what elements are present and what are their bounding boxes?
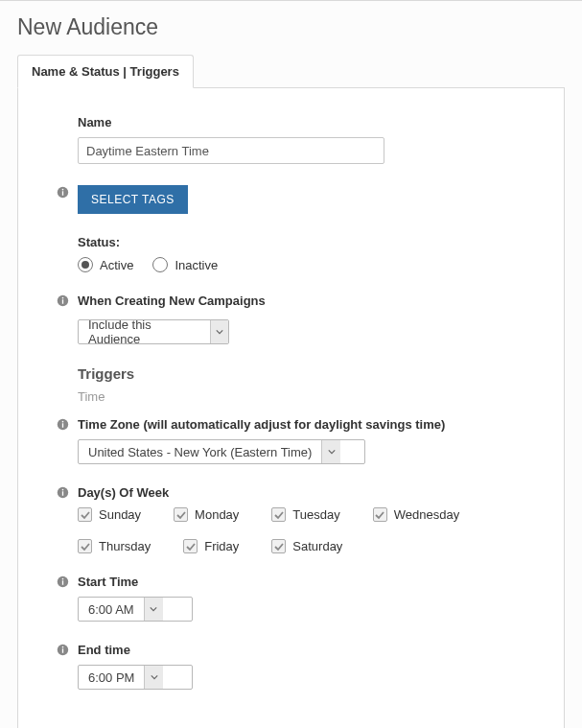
chevron-down-icon <box>321 440 340 463</box>
day-checkbox[interactable]: Tuesday <box>271 507 339 522</box>
status-inactive-radio[interactable]: Inactive <box>152 257 218 272</box>
select-tags-button[interactable]: SELECT TAGS <box>78 185 188 214</box>
select-value: Include this Audience <box>79 320 210 343</box>
triggers-subheading: Time <box>78 389 564 404</box>
svg-point-8 <box>62 421 64 423</box>
check-icon <box>271 507 286 522</box>
svg-rect-4 <box>62 299 63 303</box>
day-checkbox[interactable]: Friday <box>183 539 239 553</box>
day-label: Wednesday <box>394 507 459 522</box>
day-label: Friday <box>204 539 239 553</box>
info-icon[interactable] <box>57 486 72 499</box>
end-time-label: End time <box>78 643 564 657</box>
day-checkbox[interactable]: Thursday <box>78 539 151 553</box>
tab-strip: Name & Status | Triggers <box>17 54 565 88</box>
day-checkbox[interactable]: Sunday <box>78 507 141 522</box>
day-label: Saturday <box>292 539 342 553</box>
info-icon[interactable] <box>57 294 72 307</box>
days-label: Day(s) Of Week <box>78 485 564 500</box>
info-icon[interactable] <box>57 418 72 431</box>
select-value: 6:00 PM <box>79 666 144 689</box>
check-icon <box>78 539 92 553</box>
day-label: Thursday <box>99 539 151 553</box>
status-label: Status: <box>78 235 564 249</box>
check-icon <box>183 539 198 553</box>
radio-icon <box>152 257 168 272</box>
triggers-heading: Triggers <box>78 365 564 382</box>
start-time-label: Start Time <box>78 575 564 589</box>
end-time-select[interactable]: 6:00 PM <box>78 665 193 690</box>
status-inactive-label: Inactive <box>175 258 218 272</box>
svg-point-14 <box>62 578 64 580</box>
check-icon <box>78 507 92 522</box>
svg-point-17 <box>62 646 64 648</box>
svg-point-5 <box>62 297 64 299</box>
svg-rect-7 <box>62 423 63 427</box>
new-campaigns-label: When Creating New Campaigns <box>78 294 564 308</box>
info-icon[interactable] <box>57 186 72 199</box>
name-input[interactable] <box>78 137 384 164</box>
day-label: Monday <box>195 507 239 522</box>
info-icon[interactable] <box>57 575 72 588</box>
svg-point-2 <box>62 189 64 191</box>
chevron-down-icon <box>144 666 163 689</box>
day-checkbox[interactable]: Monday <box>174 507 239 522</box>
chevron-down-icon <box>210 320 228 343</box>
svg-rect-10 <box>62 491 63 495</box>
check-icon <box>373 507 387 522</box>
name-label: Name <box>78 115 564 129</box>
radio-icon <box>78 257 93 272</box>
include-audience-select[interactable]: Include this Audience <box>78 319 229 344</box>
page-title: New Audience <box>17 14 565 40</box>
start-time-select[interactable]: 6:00 AM <box>78 597 193 622</box>
svg-rect-1 <box>62 191 63 195</box>
select-value: 6:00 AM <box>79 598 144 621</box>
chevron-down-icon <box>144 598 163 621</box>
day-checkbox[interactable]: Wednesday <box>373 507 459 522</box>
check-icon <box>174 507 188 522</box>
select-value: United States - New York (Eastern Time) <box>79 440 321 463</box>
day-checkbox[interactable]: Saturday <box>271 539 342 553</box>
status-active-label: Active <box>100 258 133 272</box>
svg-rect-13 <box>62 580 63 584</box>
tab-name-status-triggers[interactable]: Name & Status | Triggers <box>17 55 194 88</box>
day-label: Sunday <box>99 507 141 522</box>
timezone-label: Time Zone (will automatically adjust for… <box>78 417 564 432</box>
days-group: SundayMondayTuesdayWednesdayThursdayFrid… <box>78 507 564 553</box>
status-active-radio[interactable]: Active <box>78 257 133 272</box>
day-label: Tuesday <box>292 507 339 522</box>
form-panel: Name SELECT TAGS Status: Active Inactive <box>17 88 565 728</box>
info-icon[interactable] <box>57 644 72 656</box>
timezone-select[interactable]: United States - New York (Eastern Time) <box>78 439 365 464</box>
check-icon <box>271 539 286 553</box>
svg-point-11 <box>62 489 64 491</box>
svg-rect-16 <box>62 648 63 652</box>
